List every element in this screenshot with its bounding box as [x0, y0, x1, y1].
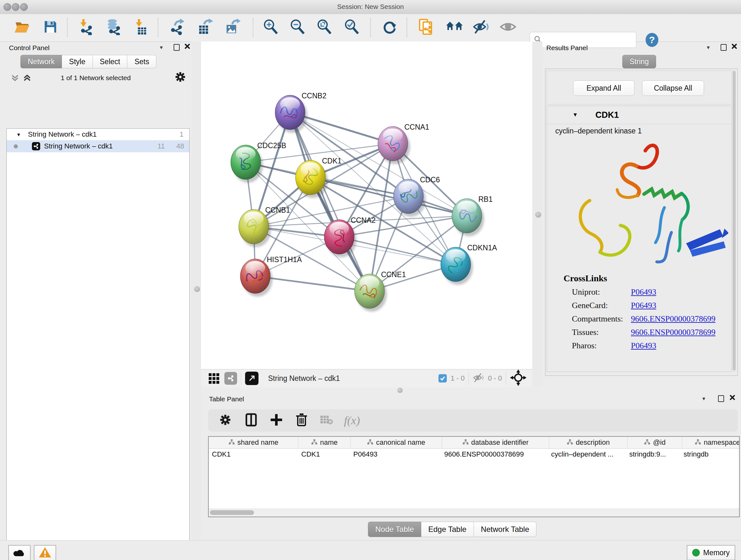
- tab-select[interactable]: Select: [93, 55, 128, 68]
- zoom-in-button[interactable]: [262, 18, 280, 37]
- left-splitter-grip[interactable]: [194, 286, 200, 292]
- add-column-icon[interactable]: [270, 414, 283, 428]
- panel-close-icon[interactable]: [185, 44, 190, 51]
- panel-close-icon[interactable]: [730, 395, 735, 401]
- network-collection-row[interactable]: ▼ String Network – cdk1 1: [7, 129, 189, 140]
- export-image-button[interactable]: [223, 18, 241, 37]
- protein-section-header[interactable]: ▼ CDK1: [547, 106, 731, 124]
- detach-view-icon[interactable]: [245, 372, 259, 385]
- selected-checkbox-icon[interactable]: [439, 374, 447, 382]
- table-cell[interactable]: cyclin–dependent ...: [548, 449, 626, 460]
- fit-content-button[interactable]: [315, 18, 333, 37]
- network-node-ccna1[interactable]: CCNA1: [378, 123, 429, 164]
- crosslink-link[interactable]: P06493: [631, 301, 656, 310]
- network-canvas[interactable]: CCNB2CCNA1CDC25BCDK1CDC6RB1CCNB1CCNA2CDK…: [201, 42, 532, 369]
- table-cell[interactable]: CDK1: [298, 449, 350, 460]
- network-row[interactable]: String Network – cdk1 11 48: [7, 140, 189, 152]
- column-header-canonical-name[interactable]: canonical name: [351, 437, 442, 448]
- column-header-namespace[interactable]: namespace: [682, 437, 740, 448]
- export-table-button[interactable]: [196, 18, 214, 37]
- panel-close-icon[interactable]: [731, 44, 737, 51]
- table-scrollbar-thumb[interactable]: [210, 510, 254, 515]
- tab-style[interactable]: Style: [62, 55, 92, 68]
- refresh-view-button[interactable]: [381, 18, 398, 37]
- table-cell[interactable]: 9606.ENSP00000378699: [441, 449, 548, 460]
- network-options-gear-icon[interactable]: [175, 71, 186, 84]
- panel-menu-icon[interactable]: ▼: [701, 396, 706, 401]
- open-session-button[interactable]: [13, 18, 31, 37]
- collapse-all-networks-icon[interactable]: [11, 73, 19, 84]
- crosslink-link[interactable]: 9606.ENSP00000378699: [631, 314, 716, 324]
- tab-node-table[interactable]: Node Table: [368, 522, 421, 537]
- hide-selection-button[interactable]: [472, 18, 490, 37]
- table-settings-gear-icon[interactable]: [219, 414, 231, 427]
- table-cell[interactable]: stringdb: [680, 449, 740, 460]
- table-cell[interactable]: P06493: [350, 449, 441, 460]
- export-network-button[interactable]: [169, 18, 186, 37]
- collection-expander-icon[interactable]: ▼: [16, 132, 21, 137]
- section-expander-icon[interactable]: ▼: [572, 112, 578, 118]
- table-horizontal-scrollbar[interactable]: [209, 509, 739, 516]
- network-node-cdkn1a[interactable]: CDKN1A: [441, 244, 497, 285]
- crosslink-link[interactable]: P06493: [631, 341, 656, 351]
- warning-status-button[interactable]: [34, 545, 56, 560]
- expand-all-button[interactable]: Expand All: [573, 80, 634, 96]
- network-node-ccne1[interactable]: CCNE1: [354, 270, 406, 312]
- results-scrollbar-thumb[interactable]: [733, 71, 736, 370]
- table-cell[interactable]: stringdb:9...: [626, 449, 680, 460]
- crosslink-link[interactable]: P06493: [631, 287, 656, 297]
- save-session-button[interactable]: [42, 18, 59, 37]
- right-splitter-grip[interactable]: [535, 212, 541, 218]
- tab-sets[interactable]: Sets: [127, 55, 156, 68]
- memory-button[interactable]: Memory: [687, 545, 735, 560]
- column-header-shared-name[interactable]: shared name: [209, 437, 298, 448]
- network-share-icon[interactable]: [224, 372, 237, 385]
- column-header-database-identifier[interactable]: database identifier: [442, 437, 549, 448]
- network-node-count: 11: [158, 142, 165, 150]
- show-view-button[interactable]: [499, 18, 517, 37]
- panel-float-icon[interactable]: [718, 395, 724, 402]
- column-header-description[interactable]: description: [549, 437, 628, 448]
- zoom-selected-button[interactable]: [343, 18, 360, 37]
- panel-menu-icon[interactable]: ▼: [159, 45, 164, 50]
- tab-string[interactable]: String: [622, 55, 656, 68]
- duplicate-network-button[interactable]: [417, 18, 435, 37]
- import-table-icon: [133, 18, 150, 37]
- grid-view-icon[interactable]: [209, 373, 219, 384]
- expand-all-networks-icon[interactable]: [23, 73, 31, 84]
- title-bar: Session: New Session: [0, 0, 741, 14]
- hidden-eye-slash-icon[interactable]: [473, 373, 485, 384]
- delete-column-trash-icon[interactable]: [295, 413, 308, 428]
- network-node-cdc25b[interactable]: CDC25B: [231, 141, 286, 183]
- network-edge[interactable]: [339, 237, 456, 264]
- network-node-ccnb2[interactable]: CCNB2: [275, 91, 327, 133]
- import-network-file-button[interactable]: [77, 18, 95, 37]
- import-table-file-button[interactable]: [133, 18, 151, 37]
- collapse-all-button[interactable]: Collapse All: [642, 80, 704, 96]
- network-node-hist1h1a[interactable]: HIST1H1A: [240, 255, 302, 297]
- network-overview-home-button[interactable]: [446, 18, 463, 37]
- column-header-name[interactable]: name: [298, 437, 351, 448]
- cloud-status-button[interactable]: [8, 545, 30, 560]
- column-header--id[interactable]: @id: [628, 437, 682, 448]
- panel-float-icon[interactable]: [721, 44, 727, 51]
- network-node-rb1[interactable]: RB1: [452, 195, 493, 236]
- table-cell[interactable]: CDK1: [209, 449, 298, 460]
- results-scrollbar[interactable]: [732, 70, 736, 372]
- network-edge[interactable]: [290, 112, 369, 291]
- tab-network-table[interactable]: Network Table: [474, 522, 537, 537]
- zoom-out-button[interactable]: [288, 18, 307, 37]
- import-network-database-button[interactable]: [105, 18, 123, 37]
- tab-network[interactable]: Network: [20, 55, 62, 68]
- show-columns-icon[interactable]: [245, 413, 257, 428]
- table-row[interactable]: CDK1CDK1P064939606.ENSP00000378699cyclin…: [209, 449, 739, 460]
- network-node-ccna2[interactable]: CCNA2: [324, 216, 376, 257]
- birds-eye-crosshair-icon[interactable]: [510, 369, 527, 387]
- panel-menu-icon[interactable]: ▼: [706, 45, 711, 50]
- horizontal-splitter[interactable]: [201, 387, 741, 393]
- crosslink-link[interactable]: 9606.ENSP00000378699: [631, 327, 716, 337]
- node-table[interactable]: shared namenamecanonical namedatabase id…: [208, 436, 740, 517]
- panel-float-icon[interactable]: [174, 44, 180, 51]
- tab-edge-table[interactable]: Edge Table: [421, 522, 474, 537]
- horizontal-splitter-grip[interactable]: [397, 388, 403, 393]
